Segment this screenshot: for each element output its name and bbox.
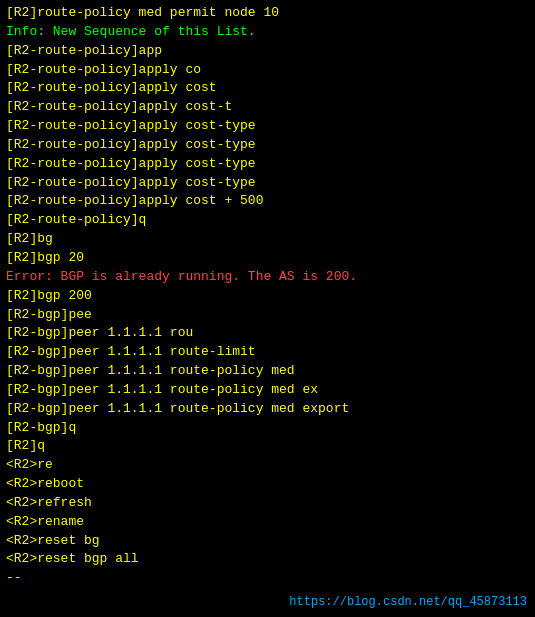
terminal-line: [R2]bgp 20 — [6, 249, 529, 268]
terminal-line: [R2-bgp]peer 1.1.1.1 route-policy med ex… — [6, 400, 529, 419]
terminal-line: [R2-route-policy]apply cost-type — [6, 117, 529, 136]
terminal-line: [R2-bgp]peer 1.1.1.1 route-limit — [6, 343, 529, 362]
terminal-line: [R2-bgp]peer 1.1.1.1 route-policy med ex — [6, 381, 529, 400]
terminal-line: -- — [6, 569, 529, 588]
terminal-output: [R2]route-policy med permit node 10Info:… — [6, 4, 529, 588]
terminal-window: [R2]route-policy med permit node 10Info:… — [0, 0, 535, 617]
terminal-line: [R2-route-policy]apply cost-t — [6, 98, 529, 117]
terminal-line: [R2-route-policy]apply co — [6, 61, 529, 80]
terminal-line: Error: BGP is already running. The AS is… — [6, 268, 529, 287]
terminal-line: <R2>re — [6, 456, 529, 475]
terminal-line: <R2>rename — [6, 513, 529, 532]
watermark: https://blog.csdn.net/qq_45873113 — [289, 595, 527, 609]
terminal-line: [R2-route-policy]apply cost-type — [6, 174, 529, 193]
terminal-line: <R2>reboot — [6, 475, 529, 494]
terminal-line: <R2>reset bgp all — [6, 550, 529, 569]
terminal-line: <R2>refresh — [6, 494, 529, 513]
terminal-line: Info: New Sequence of this List. — [6, 23, 529, 42]
terminal-line: [R2-route-policy]apply cost-type — [6, 155, 529, 174]
terminal-line: <R2>reset bg — [6, 532, 529, 551]
terminal-line: [R2]route-policy med permit node 10 — [6, 4, 529, 23]
terminal-line: [R2]q — [6, 437, 529, 456]
terminal-line: [R2]bgp 200 — [6, 287, 529, 306]
terminal-line: [R2-route-policy]q — [6, 211, 529, 230]
terminal-line: [R2-route-policy]apply cost-type — [6, 136, 529, 155]
terminal-line: [R2-bgp]peer 1.1.1.1 route-policy med — [6, 362, 529, 381]
terminal-line: [R2-bgp]peer 1.1.1.1 rou — [6, 324, 529, 343]
terminal-line: [R2-route-policy]app — [6, 42, 529, 61]
terminal-line: [R2-route-policy]apply cost + 500 — [6, 192, 529, 211]
terminal-line: [R2]bg — [6, 230, 529, 249]
terminal-line: [R2-route-policy]apply cost — [6, 79, 529, 98]
terminal-line: [R2-bgp]pee — [6, 306, 529, 325]
terminal-line: [R2-bgp]q — [6, 419, 529, 438]
